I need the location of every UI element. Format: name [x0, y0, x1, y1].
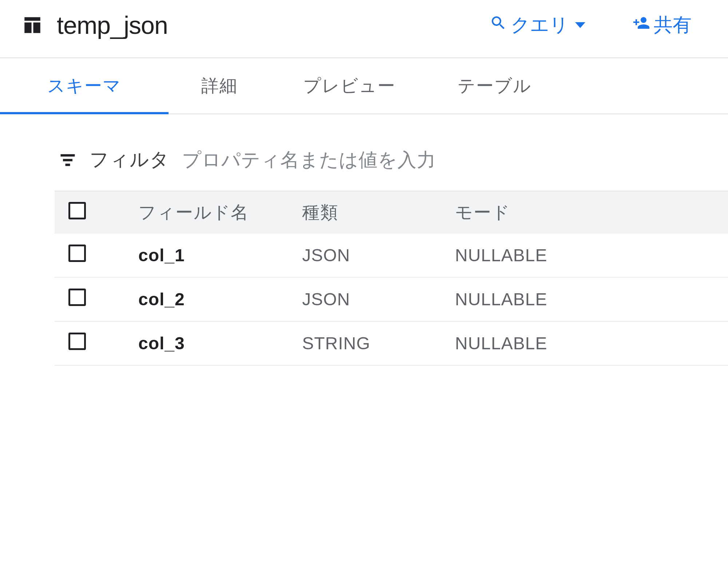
- row-checkbox[interactable]: [68, 289, 86, 306]
- tab-details[interactable]: 詳細: [169, 58, 270, 114]
- column-header-fieldname[interactable]: フィールド名: [116, 191, 298, 234]
- share-button[interactable]: 共有: [633, 12, 692, 38]
- cell-field-name: col_2: [116, 277, 298, 321]
- person-add-icon: [633, 14, 650, 36]
- filter-icon: [58, 150, 77, 169]
- tabs: スキーマ 詳細 プレビュー テーブル: [0, 58, 728, 114]
- chevron-down-icon: [575, 22, 585, 28]
- cell-field-name: col_3: [116, 321, 298, 365]
- cell-mode: NULLABLE: [451, 234, 728, 277]
- table-row: col_1 JSON NULLABLE: [55, 234, 728, 277]
- cell-mode: NULLABLE: [451, 321, 728, 365]
- tab-preview[interactable]: プレビュー: [270, 58, 428, 114]
- table-icon: [22, 15, 43, 36]
- filter-label: フィルタ: [90, 147, 170, 172]
- tab-label: プレビュー: [303, 76, 396, 95]
- cell-mode: NULLABLE: [451, 277, 728, 321]
- tab-label: テーブル: [458, 76, 531, 95]
- schema-panel: フィルタ フィールド名 種類 モード col_1 JSON NULLABLE: [0, 114, 728, 366]
- cell-field-name: col_1: [116, 234, 298, 277]
- schema-table: フィールド名 種類 モード col_1 JSON NULLABLE col_2 …: [55, 191, 728, 366]
- filter-bar: フィルタ: [55, 147, 728, 191]
- table-header-row: フィールド名 種類 モード: [55, 191, 728, 234]
- page-header: temp_json クエリ 共有: [0, 0, 728, 58]
- cell-type: JSON: [298, 277, 451, 321]
- search-icon: [490, 14, 507, 36]
- query-button[interactable]: クエリ: [490, 12, 585, 38]
- select-all-checkbox[interactable]: [68, 202, 86, 219]
- tab-table[interactable]: テーブル: [428, 58, 531, 114]
- query-button-label: クエリ: [511, 12, 569, 38]
- table-row: col_3 STRING NULLABLE: [55, 321, 728, 365]
- column-header-type[interactable]: 種類: [298, 191, 451, 234]
- tab-label: スキーマ: [47, 76, 121, 95]
- row-checkbox[interactable]: [68, 333, 86, 350]
- column-header-mode[interactable]: モード: [451, 191, 728, 234]
- tab-schema[interactable]: スキーマ: [0, 58, 169, 114]
- cell-type: JSON: [298, 234, 451, 277]
- table-row: col_2 JSON NULLABLE: [55, 277, 728, 321]
- header-actions: クエリ 共有: [490, 12, 706, 38]
- share-button-label: 共有: [654, 12, 692, 38]
- page-title: temp_json: [57, 11, 168, 39]
- cell-type: STRING: [298, 321, 451, 365]
- filter-input[interactable]: [182, 149, 728, 171]
- header-left: temp_json: [22, 11, 168, 39]
- row-checkbox[interactable]: [68, 245, 86, 262]
- tab-label: 詳細: [201, 76, 238, 95]
